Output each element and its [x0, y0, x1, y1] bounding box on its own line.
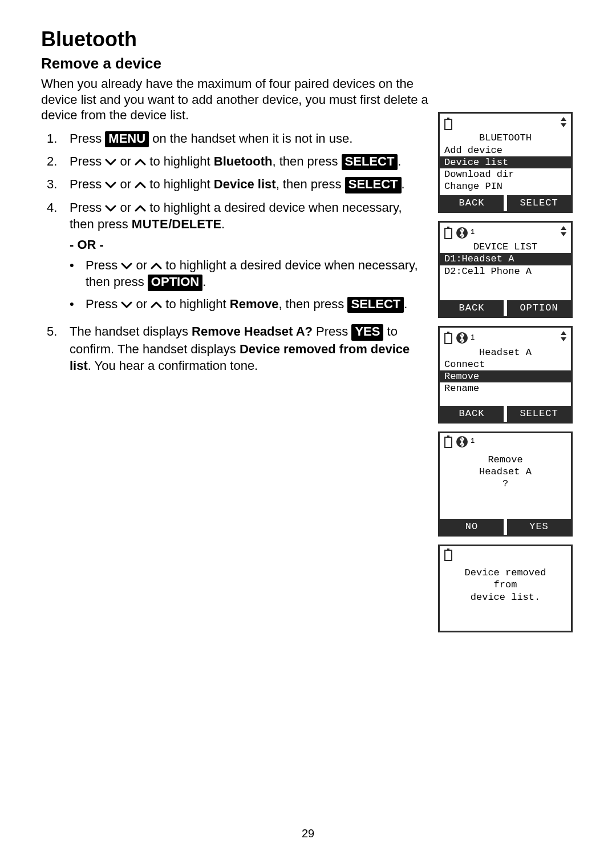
- screen-body: Headset AConnectRemoveRename: [440, 346, 571, 405]
- svg-marker-2: [561, 117, 566, 121]
- text-bold: Remove Headset A?: [192, 324, 313, 338]
- steps-list: 1. Press MENU on the handset when it is …: [47, 130, 429, 374]
- softkey-bar: BACKSELECT: [440, 195, 571, 211]
- step-number: 3.: [47, 176, 59, 193]
- menu-row: Device list: [440, 156, 571, 168]
- page-title: Bluetooth: [41, 27, 429, 51]
- bullet: •: [70, 296, 78, 313]
- bullet: •: [70, 257, 78, 291]
- menu-row: Add device: [443, 144, 568, 156]
- text: Press: [70, 131, 105, 146]
- step-number: 1.: [47, 130, 59, 147]
- down-chevron-icon: [105, 181, 116, 189]
- message-line: device list.: [443, 591, 568, 603]
- battery-icon: [443, 118, 453, 130]
- handset-screen-removed-msg: Device removedfromdevice list.: [438, 545, 573, 632]
- svg-marker-3: [561, 123, 566, 127]
- text: to highlight: [146, 177, 214, 191]
- text: , then press: [276, 177, 345, 191]
- substep-body: Press or to highlight a desired device w…: [86, 257, 429, 291]
- down-chevron-icon: [121, 262, 132, 270]
- screen-title: DEVICE LIST: [443, 241, 568, 253]
- screens-column: BLUETOOTHAdd deviceDevice listDownload d…: [438, 112, 575, 632]
- screen-body: RemoveHeadset A?: [440, 448, 571, 518]
- step-body: The handset displays Remove Headset A? P…: [70, 323, 429, 374]
- menu-row: Download dir: [443, 168, 568, 180]
- battery-icon: [443, 227, 453, 239]
- message-line: from: [443, 579, 568, 591]
- menu-row: Connect: [443, 358, 568, 370]
- text: or: [116, 154, 135, 168]
- text: to highlight: [162, 297, 230, 311]
- select-button-label: SELECT: [342, 154, 398, 170]
- scroll-indicator-icon: [560, 225, 568, 237]
- svg-rect-10: [445, 333, 452, 344]
- substep-body: Press or to highlight Remove, then press…: [86, 296, 407, 313]
- or-separator: - OR -: [70, 236, 429, 253]
- battery-icon: [443, 549, 453, 561]
- text: Press: [86, 297, 121, 311]
- intro-paragraph: When you already have the maximum of fou…: [41, 76, 429, 123]
- handset-screen-remove-confirm: 1RemoveHeadset A?NOYES: [438, 432, 573, 537]
- text: on the handset when it is not in use.: [149, 131, 352, 146]
- svg-rect-1: [445, 119, 452, 130]
- text: to highlight: [146, 154, 214, 168]
- text: or: [116, 200, 135, 215]
- status-bar: [440, 546, 571, 561]
- text: or: [132, 258, 151, 272]
- bt-index: 1: [471, 437, 475, 446]
- text-bold: Device list: [214, 177, 276, 191]
- up-chevron-icon: [135, 158, 146, 166]
- screen-body: BLUETOOTHAdd deviceDevice listDownload d…: [440, 132, 571, 193]
- text: Press: [86, 258, 121, 272]
- svg-rect-15: [445, 437, 452, 447]
- battery-icon: [443, 332, 453, 344]
- text: Press: [70, 177, 105, 191]
- step-number: 4.: [47, 199, 59, 318]
- softkey-right: OPTION: [507, 300, 571, 316]
- menu-row: Remove: [440, 370, 571, 382]
- up-chevron-icon: [135, 181, 146, 189]
- text: or: [116, 177, 135, 191]
- softkey-bar: NOYES: [440, 519, 571, 535]
- step-number: 2.: [47, 153, 59, 170]
- svg-rect-5: [445, 228, 452, 239]
- message-line: Headset A: [443, 466, 568, 478]
- screen-body: Device removedfromdevice list.: [440, 561, 571, 631]
- down-chevron-icon: [105, 204, 116, 212]
- message-line: Remove: [443, 454, 568, 466]
- status-bar: 1: [440, 328, 571, 346]
- bluetooth-icon: [456, 332, 468, 344]
- menu-row: D1:Headset A: [440, 253, 571, 265]
- up-chevron-icon: [151, 301, 162, 309]
- scroll-indicator-icon: [560, 330, 568, 342]
- handset-screen-device-list: 1DEVICE LISTD1:Headset AD2:Cell Phone AB…: [438, 221, 573, 318]
- status-bar: 1: [440, 433, 571, 448]
- svg-rect-18: [445, 550, 452, 560]
- mute-label: MUTE: [132, 217, 168, 231]
- softkey-bar: BACKOPTION: [440, 300, 571, 316]
- menu-row: Change PIN: [443, 180, 568, 192]
- text-bold: Remove: [230, 297, 279, 311]
- svg-marker-12: [561, 331, 566, 335]
- bt-index: 1: [471, 228, 475, 237]
- menu-row: Rename: [443, 382, 568, 394]
- option-button-label: OPTION: [148, 275, 202, 291]
- text: . You hear a confirmation tone.: [88, 358, 258, 373]
- softkey-right: SELECT: [507, 195, 571, 211]
- text: or: [132, 297, 151, 311]
- menu-button-label: MENU: [105, 131, 149, 147]
- battery-icon: [443, 435, 453, 448]
- select-button-label: SELECT: [347, 297, 404, 313]
- section-subtitle: Remove a device: [41, 55, 429, 72]
- svg-marker-8: [561, 232, 566, 236]
- yes-button-label: YES: [351, 324, 383, 340]
- down-chevron-icon: [121, 301, 132, 309]
- message-line: Device removed: [443, 567, 568, 579]
- bluetooth-icon: [456, 227, 468, 239]
- up-chevron-icon: [135, 204, 146, 212]
- text: Press: [70, 154, 105, 168]
- substeps: • Press or to highlight a desired device…: [70, 257, 429, 313]
- step-number: 5.: [47, 323, 59, 374]
- softkey-right: SELECT: [507, 406, 571, 422]
